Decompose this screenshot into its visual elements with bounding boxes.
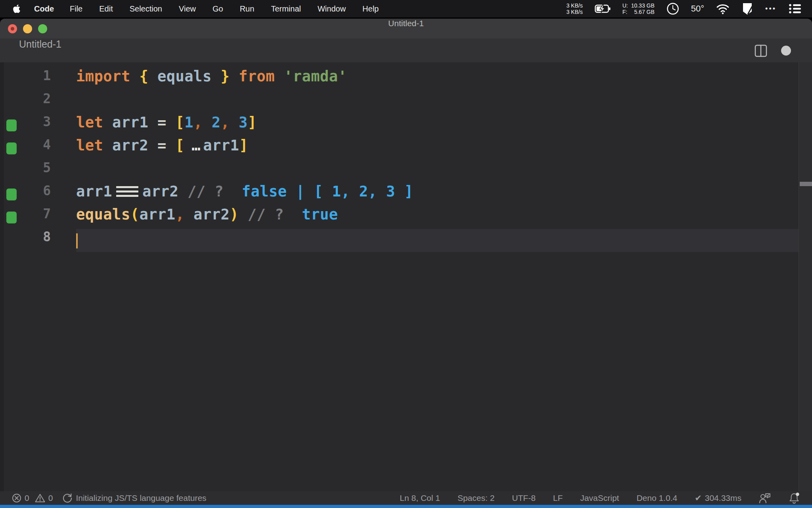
- menu-window[interactable]: Window: [318, 4, 346, 13]
- encoding-setting[interactable]: UTF-8: [512, 493, 536, 503]
- bell-icon: [788, 492, 800, 504]
- menu-help[interactable]: Help: [362, 4, 379, 13]
- warning-icon: [35, 493, 45, 503]
- window-left-edge: [0, 62, 4, 505]
- window-title-bar: Untitled-1: [0, 19, 812, 38]
- code-line-4[interactable]: 4let arr2 = […arr1]: [0, 137, 799, 160]
- problems-warnings[interactable]: 0: [35, 493, 53, 503]
- line-number: 4: [0, 137, 51, 152]
- wifi-icon[interactable]: [716, 3, 730, 14]
- code-text: arr1arr2 // ? false | [ 1, 2, 3 ]: [76, 183, 413, 200]
- triple-equals-ligature: [116, 186, 138, 197]
- code-text: equals(arr1, arr2) // ? true: [76, 206, 338, 223]
- menu-edit[interactable]: Edit: [99, 4, 113, 13]
- line-number: 5: [0, 160, 51, 175]
- code-lines: 1import { equals } from 'ramda'23let arr…: [0, 68, 799, 252]
- menu-view[interactable]: View: [179, 4, 196, 13]
- eol-setting[interactable]: LF: [553, 493, 563, 503]
- menu-file[interactable]: File: [70, 4, 82, 13]
- overview-ruler-mark: [800, 182, 812, 186]
- quokka-perf[interactable]: ✔ 304.33ms: [695, 493, 741, 503]
- battery-charging-icon[interactable]: [595, 4, 611, 13]
- line-number: 2: [0, 91, 51, 106]
- memory-usage-indicator[interactable]: U:10.33 GB F:5.67 GB: [622, 2, 655, 15]
- unsaved-indicator[interactable]: [781, 46, 791, 56]
- code-editor[interactable]: 1import { equals } from 'ramda'23let arr…: [0, 62, 812, 491]
- indentation-setting[interactable]: Spaces: 2: [458, 493, 494, 503]
- problems-errors[interactable]: 0: [12, 493, 29, 503]
- code-line-7[interactable]: 7equals(arr1, arr2) // ? true: [0, 206, 799, 229]
- line-number: 1: [0, 68, 51, 83]
- error-icon: [12, 493, 21, 503]
- code-line-6[interactable]: 6arr1arr2 // ? false | [ 1, 2, 3 ]: [0, 183, 799, 206]
- feedback-button[interactable]: [759, 493, 771, 504]
- menu-run[interactable]: Run: [240, 4, 255, 13]
- cursor-position[interactable]: Ln 8, Col 1: [400, 493, 440, 503]
- apple-icon[interactable]: [13, 4, 21, 13]
- open-file-title[interactable]: Untitled-1: [19, 38, 61, 62]
- person-feedback-icon: [759, 493, 771, 504]
- code-line-3[interactable]: 3let arr1 = [1, 2, 3]: [0, 114, 799, 137]
- temperature-indicator[interactable]: 50°: [691, 4, 704, 14]
- code-line-2[interactable]: 2: [0, 91, 799, 114]
- menu-bar-status-area: 3 KB/s 3 KB/s U:10.33 GB F:5.67 GB 50°: [566, 2, 802, 15]
- line-number: 7: [0, 206, 51, 221]
- editor-header: Untitled-1: [0, 38, 812, 62]
- line-number: 8: [0, 229, 51, 244]
- network-speed-indicator[interactable]: 3 KB/s 3 KB/s: [566, 2, 582, 15]
- code-text: let arr2 = […arr1]: [76, 137, 248, 154]
- status-bar: 0 0 Initializing JS/TS language features…: [0, 491, 812, 505]
- check-icon: ✔: [695, 493, 702, 503]
- menu-selection[interactable]: Selection: [130, 4, 162, 13]
- language-features-status[interactable]: Initializing JS/TS language features: [62, 493, 206, 503]
- overview-ruler[interactable]: [799, 62, 812, 491]
- code-line-1[interactable]: 1import { equals } from 'ramda': [0, 68, 799, 91]
- deno-version[interactable]: Deno 1.0.4: [636, 493, 677, 503]
- text-caret: [76, 233, 78, 248]
- more-dots-icon[interactable]: •••: [765, 5, 776, 13]
- sync-icon: [62, 493, 73, 503]
- code-text: import { equals } from 'ramda': [76, 68, 347, 85]
- menu-items: FileEditSelectionViewGoRunTerminalWindow…: [70, 4, 379, 13]
- macos-menu-bar: Code FileEditSelectionViewGoRunTerminalW…: [0, 0, 812, 17]
- menu-go[interactable]: Go: [213, 4, 223, 13]
- line-number: 6: [0, 183, 51, 198]
- notifications-button[interactable]: [788, 492, 800, 504]
- window-title: Untitled-1: [0, 19, 812, 38]
- cube-app-icon[interactable]: [741, 2, 753, 15]
- code-line-5[interactable]: 5: [0, 160, 799, 183]
- language-mode[interactable]: JavaScript: [580, 493, 619, 503]
- code-line-8[interactable]: 8: [0, 229, 799, 252]
- menu-terminal[interactable]: Terminal: [271, 4, 301, 13]
- app-menu-code[interactable]: Code: [34, 4, 54, 13]
- code-text: let arr1 = [1, 2, 3]: [76, 114, 257, 131]
- split-editor-icon[interactable]: [755, 44, 767, 57]
- list-menu-icon[interactable]: [788, 3, 802, 15]
- statusbar-accent-bar: [0, 505, 812, 508]
- line-number: 3: [0, 114, 51, 129]
- clock-icon[interactable]: [666, 2, 679, 15]
